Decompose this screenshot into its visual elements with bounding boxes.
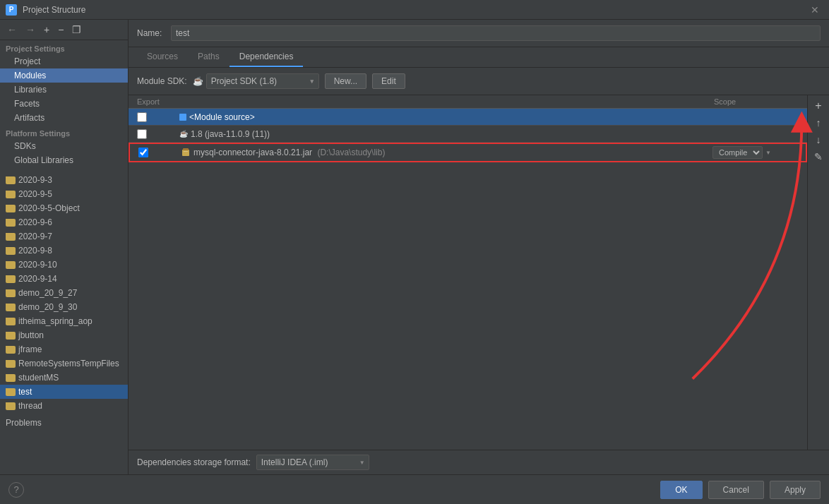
dep-label-module-source: <Module source> bbox=[189, 112, 255, 122]
dep-label-jdk: 1.8 (java-11.0.9 (11)) bbox=[191, 129, 270, 139]
module-list-item-thread[interactable]: thread bbox=[0, 399, 128, 413]
app-icon: P bbox=[6, 4, 17, 16]
remove-module-button[interactable]: − bbox=[55, 23, 66, 37]
apply-button[interactable]: Apply bbox=[770, 481, 821, 499]
storage-label: Dependencies storage format: bbox=[137, 457, 251, 467]
title-bar: P Project Structure ✕ bbox=[0, 0, 829, 20]
sidebar-item-global-libraries[interactable]: Global Libraries bbox=[0, 153, 128, 167]
nav-forward-button[interactable]: → bbox=[23, 23, 38, 37]
copy-module-button[interactable]: ❐ bbox=[69, 23, 84, 37]
dep-checkbox-module-source[interactable] bbox=[137, 112, 147, 122]
module-list-item-studentMS[interactable]: studentMS bbox=[0, 371, 128, 385]
dep-edit-button[interactable]: ✎ bbox=[811, 149, 826, 164]
sidebar-item-problems[interactable]: Problems bbox=[0, 416, 128, 430]
nav-back-button[interactable]: ← bbox=[4, 23, 20, 37]
project-settings-title: Project Settings bbox=[0, 40, 128, 54]
tab-dependencies[interactable]: Dependencies bbox=[229, 47, 304, 67]
window-title: Project Structure bbox=[23, 5, 801, 15]
sidebar-item-facets[interactable]: Facets bbox=[0, 97, 128, 111]
module-list-item-2020-9-8[interactable]: 2020-9-8 bbox=[0, 244, 128, 258]
tab-paths[interactable]: Paths bbox=[188, 47, 229, 67]
module-list-item-jframe[interactable]: jframe bbox=[0, 342, 128, 356]
svg-rect-0 bbox=[182, 150, 189, 156]
dep-move-down-button[interactable]: ↓ bbox=[811, 132, 826, 148]
module-list-item-2020-9-7[interactable]: 2020-9-7 bbox=[0, 229, 128, 244]
col-header-scope: Scope bbox=[714, 97, 799, 106]
svg-rect-1 bbox=[183, 148, 189, 150]
module-list-item-2020-9-10[interactable]: 2020-9-10 bbox=[0, 258, 128, 272]
platform-settings-title: Platform Settings bbox=[0, 125, 128, 139]
module-list-item-remote-systems-temp[interactable]: RemoteSystemsTempFiles bbox=[0, 356, 128, 371]
name-label: Name: bbox=[137, 28, 165, 38]
ok-button[interactable]: OK bbox=[660, 481, 702, 499]
sidebar-item-project[interactable]: Project bbox=[0, 54, 128, 68]
sidebar-item-modules[interactable]: Modules bbox=[0, 68, 128, 83]
dep-row-jdk[interactable]: ☕ 1.8 (java-11.0.9 (11)) bbox=[129, 126, 807, 143]
sdk-edit-button[interactable]: Edit bbox=[372, 73, 405, 89]
name-input[interactable] bbox=[171, 25, 821, 41]
sidebar-item-sdks[interactable]: SDKs bbox=[0, 139, 128, 153]
module-list: 2020-9-32020-9-52020-9-5-Object2020-9-62… bbox=[0, 173, 128, 413]
sidebar-item-artifacts[interactable]: Artifacts bbox=[0, 111, 128, 125]
dep-add-button[interactable]: + bbox=[811, 98, 826, 114]
module-list-item-jbutton[interactable]: jbutton bbox=[0, 328, 128, 342]
help-button[interactable]: ? bbox=[8, 482, 24, 498]
dep-checkbox-mysql-jar[interactable] bbox=[138, 148, 148, 157]
col-header-export: Export bbox=[137, 97, 179, 106]
module-list-item-test[interactable]: test bbox=[0, 385, 128, 399]
dep-row-mysql-jar[interactable]: mysql-connector-java-8.0.21.jar (D:\Java… bbox=[129, 143, 807, 162]
module-list-item-demo_20_9_30[interactable]: demo_20_9_30 bbox=[0, 300, 128, 314]
close-button[interactable]: ✕ bbox=[806, 3, 823, 17]
dep-scope-mysql-jar[interactable]: Compile bbox=[712, 146, 763, 159]
sidebar-item-libraries[interactable]: Libraries bbox=[0, 83, 128, 97]
module-list-item-itheima_spring_aop[interactable]: itheima_spring_aop bbox=[0, 314, 128, 328]
module-list-item-2020-9-6[interactable]: 2020-9-6 bbox=[0, 215, 128, 229]
add-module-button[interactable]: + bbox=[41, 23, 52, 37]
dep-label-mysql-jar: mysql-connector-java-8.0.21.jar (D:\Java… bbox=[193, 148, 385, 157]
storage-format-select[interactable]: IntelliJ IDEA (.iml) bbox=[256, 455, 369, 470]
module-list-item-2020-9-5[interactable]: 2020-9-5 bbox=[0, 187, 128, 201]
module-list-item-2020-9-5-object[interactable]: 2020-9-5-Object bbox=[0, 201, 128, 215]
sdk-new-button[interactable]: New... bbox=[325, 73, 366, 89]
jar-icon bbox=[181, 148, 191, 157]
svg-rect-2 bbox=[184, 151, 188, 152]
module-list-item-demo_20_9_27[interactable]: demo_20_9_27 bbox=[0, 286, 128, 300]
module-list-item-2020-9-14[interactable]: 2020-9-14 bbox=[0, 272, 128, 286]
dep-checkbox-jdk[interactable] bbox=[137, 129, 147, 139]
tab-sources[interactable]: Sources bbox=[137, 47, 188, 67]
bottom-bar-left: ? bbox=[8, 482, 24, 498]
sdk-label: Module SDK: bbox=[137, 76, 187, 86]
dep-row-module-source[interactable]: <Module source> bbox=[129, 109, 807, 126]
cancel-button[interactable]: Cancel bbox=[708, 481, 764, 499]
sdk-select[interactable]: Project SDK (1.8) bbox=[206, 73, 319, 89]
dep-move-up-button[interactable]: ↑ bbox=[811, 115, 826, 131]
module-list-item-2020-9-3[interactable]: 2020-9-3 bbox=[0, 173, 128, 187]
